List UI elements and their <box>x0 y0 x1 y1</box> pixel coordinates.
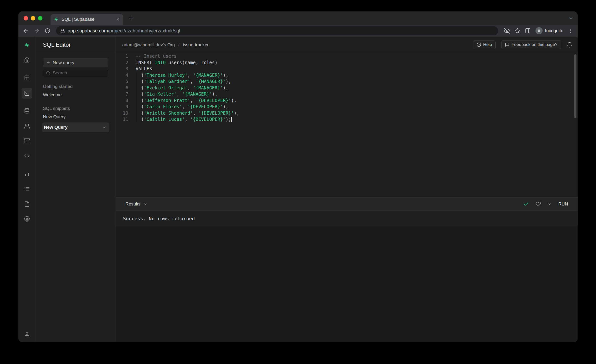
notifications-bell-icon[interactable] <box>567 42 572 48</box>
side-panel-icon[interactable] <box>525 28 531 34</box>
search-box[interactable] <box>43 69 108 77</box>
forward-button[interactable] <box>34 28 40 34</box>
url-domain: app.supabase.com <box>68 28 108 33</box>
bookmark-star-icon[interactable] <box>514 28 520 34</box>
url-text[interactable]: app.supabase.com/project/azahtnhqohyjerz… <box>68 28 180 34</box>
eye-off-icon[interactable] <box>504 28 510 34</box>
address-bar[interactable]: app.supabase.com/project/azahtnhqohyjerz… <box>56 26 498 35</box>
supabase-logo[interactable] <box>22 40 32 50</box>
zoom-window-button[interactable] <box>38 16 42 21</box>
back-button[interactable] <box>23 28 29 34</box>
storage-icon[interactable] <box>22 136 32 146</box>
code-line[interactable]: 2INSERT INTO users(name, roles) <box>116 59 572 66</box>
code-text: ('Jefferson Pratt', '{DEVELOPER}'), <box>128 97 237 104</box>
tab-title: SQL | Supabase <box>61 17 113 22</box>
account-icon[interactable] <box>22 329 32 340</box>
section-label-sql-snippets: SQL snippets <box>43 106 108 111</box>
main-panel: adam@windmill.dev's Org / issue-tracker … <box>116 37 578 342</box>
line-number: 4 <box>116 72 128 78</box>
code-line[interactable]: 9 ('Carlo Flores', '{DEVELOPER}'), <box>116 104 572 110</box>
code-line[interactable]: 1-- Insert users <box>116 53 572 59</box>
lock-icon <box>60 29 65 33</box>
breadcrumb-separator: / <box>178 42 179 47</box>
line-number: 1 <box>116 53 128 59</box>
selected-snippet-label: New Query <box>44 125 67 130</box>
new-query-button-label: New query <box>53 60 74 65</box>
edge-functions-icon[interactable] <box>22 151 32 161</box>
code-line[interactable]: 6 ('Ezekiel Ortega', '{MANAGER}'), <box>116 85 572 91</box>
supabase-favicon <box>54 17 59 22</box>
sidebar-header: SQL Editor <box>36 37 116 53</box>
sidebar-item-welcome[interactable]: Welcome <box>43 91 108 99</box>
breadcrumb-header: adam@windmill.dev's Org / issue-tracker … <box>116 37 578 53</box>
sql-editor-canvas[interactable]: 1-- Insert users2INSERT INTO users(name,… <box>116 53 578 197</box>
database-icon[interactable] <box>22 106 32 116</box>
browser-tab[interactable]: SQL | Supabase <box>51 14 123 25</box>
code-line[interactable]: 3VALUES <box>116 66 572 72</box>
results-chevron-icon[interactable] <box>143 202 147 206</box>
success-check-icon <box>523 201 529 207</box>
run-button[interactable]: RUN <box>558 202 568 207</box>
code-text: VALUES <box>128 66 152 72</box>
code-text: ('Taliyah Gardner', '{MANAGER}'), <box>128 78 231 85</box>
code-text: ('Arielle Shepherd', '{DEVELOPER}'), <box>128 110 239 116</box>
search-input[interactable] <box>53 70 111 75</box>
sql-editor-icon[interactable] <box>22 88 32 98</box>
run-options-chevron-icon[interactable] <box>548 202 552 206</box>
tab-strip: SQL | Supabase <box>18 11 578 25</box>
reports-icon[interactable] <box>22 169 32 179</box>
help-button-label: Help <box>483 42 492 47</box>
tab-close-icon[interactable] <box>116 17 120 22</box>
line-number: 8 <box>116 97 128 104</box>
editor-scrollbar[interactable] <box>574 54 576 118</box>
settings-gear-icon[interactable] <box>22 214 32 224</box>
results-message: Success. No rows returned <box>123 216 195 222</box>
help-button[interactable]: Help <box>473 40 496 49</box>
breadcrumb-project[interactable]: issue-tracker <box>183 42 209 47</box>
logs-icon[interactable] <box>22 184 32 194</box>
supabase-app: SQL Editor New query Getting started Wel… <box>18 37 578 342</box>
code-line[interactable]: 7 ('Gia Keller', '{MANAGER}'), <box>116 91 572 97</box>
chevron-down-icon[interactable] <box>102 125 106 129</box>
line-number: 3 <box>116 66 128 72</box>
page-title: SQL Editor <box>43 41 71 48</box>
text-cursor <box>231 117 232 122</box>
nav-rail <box>18 37 36 342</box>
incognito-avatar-icon <box>536 27 543 34</box>
auth-users-icon[interactable] <box>22 121 32 131</box>
breadcrumb-org[interactable]: adam@windmill.dev's Org <box>122 42 175 47</box>
results-toolbar: Results RUN <box>116 197 578 211</box>
section-label-getting-started: Getting started <box>43 84 108 89</box>
close-window-button[interactable] <box>24 16 28 21</box>
incognito-label: Incognito <box>545 28 563 33</box>
tab-search-chevron-icon[interactable] <box>569 16 573 21</box>
incognito-badge: Incognito <box>536 27 563 34</box>
url-path: /project/azahtnhqohyjerzaxtmk/sql <box>108 28 180 33</box>
docs-icon[interactable] <box>22 199 32 209</box>
code-line[interactable]: 8 ('Jefferson Pratt', '{DEVELOPER}'), <box>116 97 572 104</box>
minimize-window-button[interactable] <box>31 16 35 21</box>
line-number: 6 <box>116 85 128 91</box>
reload-button[interactable] <box>45 28 50 34</box>
sidebar-item-new-query-selected[interactable]: New Query <box>42 123 109 132</box>
table-editor-icon[interactable] <box>22 73 32 83</box>
code-line[interactable]: 5 ('Taliyah Gardner', '{MANAGER}'), <box>116 78 572 85</box>
sql-editor-sidebar: SQL Editor New query Getting started Wel… <box>36 37 116 342</box>
search-icon <box>46 71 50 75</box>
new-tab-button[interactable] <box>127 14 136 23</box>
line-number: 2 <box>116 59 128 66</box>
code-lines: 1-- Insert users2INSERT INTO users(name,… <box>116 53 572 123</box>
feedback-button[interactable]: Feedback on this page? <box>501 40 561 49</box>
browser-menu-icon[interactable] <box>568 28 573 33</box>
code-text: ('Theresa Hurley', '{MANAGER}'), <box>128 72 228 78</box>
home-icon[interactable] <box>22 55 32 65</box>
code-line[interactable]: 4 ('Theresa Hurley', '{MANAGER}'), <box>116 72 572 78</box>
code-line[interactable]: 11 ('Caitlin Lucas', '{DEVELOPER}'); <box>116 116 572 123</box>
code-text: ('Gia Keller', '{MANAGER}'), <box>128 91 217 97</box>
code-text: ('Carlo Flores', '{DEVELOPER}'), <box>128 104 228 110</box>
results-tab-label[interactable]: Results <box>125 201 141 207</box>
sidebar-item-new-query[interactable]: New Query <box>43 112 108 121</box>
favorite-heart-icon[interactable] <box>536 201 541 207</box>
code-line[interactable]: 10 ('Arielle Shepherd', '{DEVELOPER}'), <box>116 110 572 116</box>
new-query-button[interactable]: New query <box>43 58 108 67</box>
